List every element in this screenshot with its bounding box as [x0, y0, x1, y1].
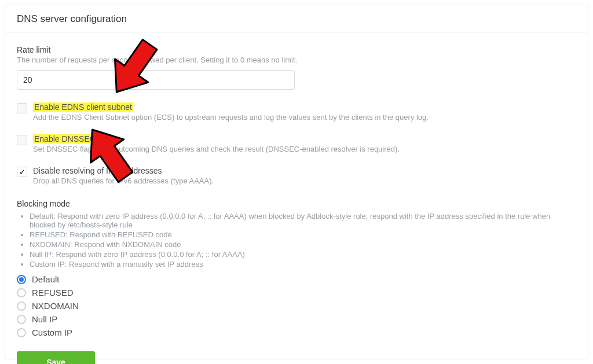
rate-limit-label: Rate limit	[17, 45, 576, 54]
option-desc: Drop all DNS queries for IPv6 addresses …	[33, 177, 214, 185]
option-desc: Set DNSSEC flag in the outcoming DNS que…	[33, 145, 400, 153]
blocking-mode-descriptions: Default: Respond with zero IP address (0…	[17, 212, 576, 269]
blocking-mode-radio-custom-ip[interactable]: Custom IP	[17, 328, 576, 337]
option-dnssec: Enable DNSSECSet DNSSEC flag in the outc…	[17, 134, 576, 153]
radio-label: Default	[32, 274, 60, 284]
radio-label: Custom IP	[32, 328, 72, 337]
blocking-mode-radio-refused[interactable]: REFUSED	[17, 288, 576, 297]
blocking-mode-radio-nxdomain[interactable]: NXDOMAIN	[17, 301, 576, 311]
blocking-desc-item: REFUSED: Respond with REFUSED code	[30, 230, 576, 239]
option-label: Disable resolving of IPv6 addresses	[33, 166, 214, 175]
blocking-desc-item: Null IP: Respond with zero IP address (0…	[30, 250, 576, 259]
option-label: Enable EDNS client subnet	[33, 102, 429, 112]
blocking-mode-radio-null-ip[interactable]: Null IP	[17, 314, 576, 324]
radio-label: NXDOMAIN	[32, 301, 79, 311]
radio-dot-icon	[17, 288, 26, 297]
page-title: DNS server configuration	[5, 5, 588, 32]
radio-label: REFUSED	[32, 288, 74, 297]
blocking-desc-item: Custom IP: Respond with a manually set I…	[30, 260, 576, 269]
blocking-mode-heading: Blocking mode	[17, 199, 576, 208]
option-ipv6: ✓Disable resolving of IPv6 addressesDrop…	[17, 166, 576, 185]
option-edns: Enable EDNS client subnetAdd the EDNS Cl…	[17, 102, 576, 122]
option-label: Enable DNSSEC	[33, 134, 400, 144]
checkbox-dnssec[interactable]	[17, 135, 27, 145]
option-desc: Add the EDNS Client Subnet option (ECS) …	[33, 113, 429, 122]
rate-limit-help: The number of requests per second allowe…	[17, 56, 576, 64]
radio-dot-icon	[17, 275, 26, 284]
checkbox-ipv6[interactable]: ✓	[17, 167, 27, 177]
checkbox-edns[interactable]	[17, 103, 27, 113]
blocking-desc-item: NXDOMAIN: Respond with NXDOMAIN code	[30, 240, 576, 249]
radio-dot-icon	[17, 302, 26, 311]
save-button[interactable]: Save	[17, 351, 95, 364]
blocking-mode-radio-default[interactable]: Default	[17, 274, 576, 284]
radio-dot-icon	[17, 315, 26, 324]
rate-limit-input[interactable]	[17, 70, 295, 90]
blocking-desc-item: Default: Respond with zero IP address (0…	[30, 212, 576, 229]
radio-label: Null IP	[32, 314, 57, 324]
radio-dot-icon	[17, 328, 26, 337]
